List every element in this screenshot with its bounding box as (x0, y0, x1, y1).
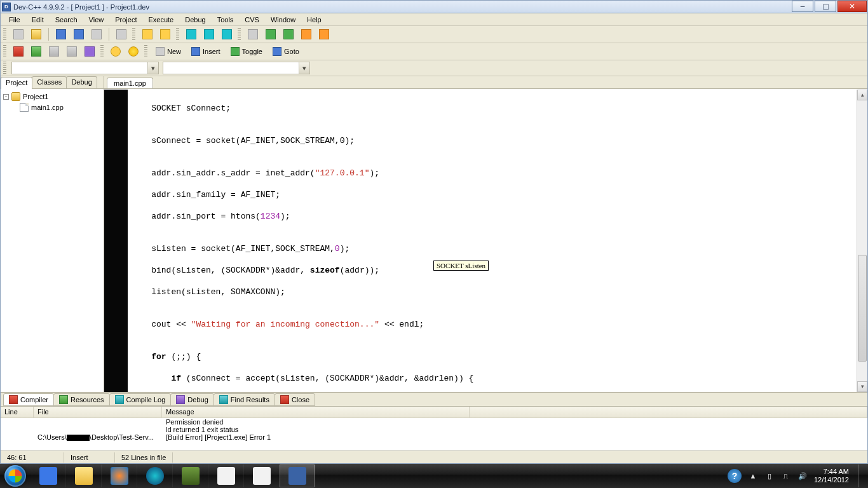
tab-compile-log[interactable]: Compile Log (109, 393, 172, 406)
find-button[interactable] (184, 27, 198, 41)
menu-debug[interactable]: Debug (179, 15, 211, 25)
close-button[interactable]: ✕ (837, 1, 867, 12)
undo-button[interactable] (140, 27, 154, 41)
menu-help[interactable]: Help (301, 15, 327, 25)
app-icon: D (2, 3, 11, 11)
battery-icon[interactable]: ▯ (764, 471, 775, 481)
titlebar[interactable]: D Dev-C++ 4.9.9.2 - [ Project1 ] - Proje… (1, 1, 867, 13)
about-button[interactable] (126, 44, 140, 58)
tab-project[interactable]: Project (1, 77, 32, 89)
tab-resources[interactable]: Resources (53, 393, 110, 406)
tree-node-project[interactable]: - Project1 (3, 92, 101, 102)
project-tree[interactable]: - Project1 main1.cpp (1, 89, 104, 392)
new-file-button[interactable] (11, 27, 25, 41)
tab-close[interactable]: Close (275, 393, 315, 406)
task-minecraft[interactable] (173, 464, 208, 487)
message-row[interactable]: Permission denied (1, 418, 867, 426)
menu-execute[interactable]: Execute (142, 15, 179, 25)
compile-grid-button[interactable] (11, 44, 25, 58)
layout-grid-button[interactable] (47, 44, 61, 58)
task-app-window[interactable] (244, 464, 280, 487)
show-desktop-button[interactable] (858, 464, 864, 487)
run-button[interactable] (264, 27, 278, 41)
toggle-bookmark-button[interactable]: Toggle (227, 44, 266, 58)
taskbar[interactable]: ? ▲ ▯ ⎍ 🔊 7:44 AM 12/14/2012 (0, 464, 868, 488)
save-all-button[interactable] (72, 27, 86, 41)
task-explorer[interactable] (66, 464, 102, 487)
output-tabs: Compiler Resources Compile Log Debug Fin… (1, 392, 867, 406)
scroll-up-icon[interactable]: ▴ (857, 90, 867, 100)
check-button[interactable] (83, 44, 97, 58)
close-icon (280, 395, 289, 404)
start-button[interactable] (0, 464, 31, 488)
vertical-scrollbar[interactable]: ▴ ▾ (857, 90, 867, 392)
status-insert: Insert (64, 452, 115, 463)
open-button[interactable] (29, 27, 43, 41)
menu-tools[interactable]: Tools (212, 15, 240, 25)
goto-button[interactable]: Goto (269, 44, 302, 58)
volume-icon[interactable]: 🔊 (797, 471, 808, 481)
layout-alt-button[interactable] (65, 44, 79, 58)
system-tray[interactable]: ? ▲ ▯ ⎍ 🔊 7:44 AM 12/14/2012 (721, 464, 868, 487)
menu-view[interactable]: View (83, 15, 110, 25)
task-app-blue[interactable] (137, 464, 173, 487)
member-combo[interactable]: ▾ (163, 62, 310, 74)
file-icon (20, 103, 29, 112)
redo-button[interactable] (158, 27, 172, 41)
task-devcpp[interactable] (280, 464, 315, 487)
menu-file[interactable]: File (3, 15, 26, 25)
log-icon (115, 395, 124, 404)
insert-button[interactable]: Insert (188, 44, 224, 58)
tab-debug-output[interactable]: Debug (170, 393, 214, 406)
menu-project[interactable]: Project (109, 15, 142, 25)
maximize-button[interactable]: ▢ (815, 1, 836, 12)
rebuild-button[interactable] (299, 27, 313, 41)
replace-button[interactable] (202, 27, 216, 41)
help-button[interactable] (109, 44, 123, 58)
wifi-icon[interactable]: ⎍ (781, 471, 791, 481)
col-line[interactable]: Line (1, 407, 34, 417)
compile-button[interactable] (246, 27, 260, 41)
tab-find-results[interactable]: Find Results (214, 393, 275, 406)
scroll-thumb[interactable] (858, 255, 867, 362)
code-area[interactable]: SOCKET sConnect; sConnect = socket(AF_IN… (128, 90, 857, 392)
compiler-messages[interactable]: Line File Message Permission denied ld r… (1, 406, 867, 451)
message-row[interactable]: C:\Users\\Desktop\Test-Serv... [Build Er… (1, 433, 867, 441)
tray-overflow-icon[interactable]: ▲ (748, 471, 758, 481)
minimize-button[interactable]: – (792, 1, 813, 12)
menu-cvs[interactable]: CVS (239, 15, 265, 25)
document-tab[interactable]: main1.cpp (107, 78, 153, 88)
scroll-down-icon[interactable]: ▾ (857, 381, 867, 392)
tab-debug[interactable]: Debug (66, 76, 97, 88)
tree-node-file[interactable]: main1.cpp (20, 102, 101, 113)
print-button[interactable] (114, 27, 128, 41)
toolbar-main (1, 26, 867, 43)
close-file-button[interactable] (90, 27, 104, 41)
debug-button[interactable] (317, 27, 331, 41)
tab-classes[interactable]: Classes (32, 76, 67, 88)
clock[interactable]: 7:44 AM 12/14/2012 (814, 468, 849, 484)
save-button[interactable] (54, 27, 68, 41)
find-next-button[interactable] (220, 27, 234, 41)
col-message[interactable]: Message (162, 407, 470, 417)
col-file[interactable]: File (34, 407, 162, 417)
new-project-button[interactable]: New (153, 44, 184, 58)
help-icon[interactable]: ? (728, 469, 742, 483)
code-editor[interactable]: SOCKET sConnect; sConnect = socket(AF_IN… (104, 90, 867, 392)
code-line: addr.sin_family = AF_INET; (128, 189, 857, 200)
col-spare[interactable] (470, 407, 867, 417)
task-razer[interactable] (208, 464, 244, 487)
message-row[interactable]: ld returned 1 exit status (1, 426, 867, 433)
resources-grid-button[interactable] (29, 44, 43, 58)
tree-collapse-icon[interactable]: - (3, 94, 9, 100)
chevron-down-icon: ▾ (299, 62, 309, 74)
code-line: sListen = socket(AF_INET,SOCK_STREAM,0); (128, 243, 857, 254)
tab-compiler[interactable]: Compiler (3, 393, 54, 406)
scope-combo[interactable]: ▾ (11, 62, 159, 74)
menu-search[interactable]: Search (50, 15, 83, 25)
menu-edit[interactable]: Edit (26, 15, 50, 25)
compile-run-button[interactable] (281, 27, 295, 41)
task-media-player[interactable] (102, 464, 137, 487)
task-google[interactable] (31, 464, 66, 487)
menu-window[interactable]: Window (265, 15, 301, 25)
